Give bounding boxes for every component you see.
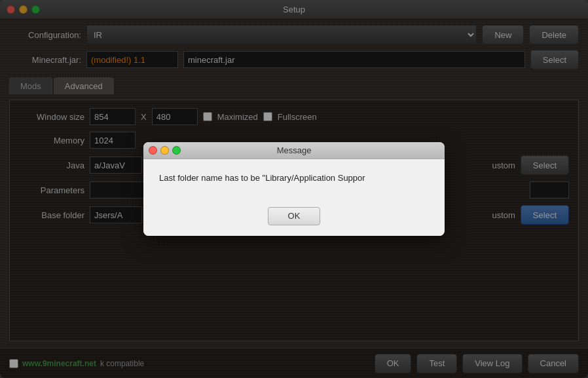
modal-window-controls [149,146,181,155]
modal-ok-button[interactable]: OK [268,207,320,225]
modal-close-button[interactable] [149,146,157,155]
modal-body: Last folder name has to be "Library/Appl… [143,159,445,206]
main-window: Setup Configuration: IR New Delete Minec… [0,0,588,378]
modal-footer: OK [143,207,445,236]
modal-dialog: Message Last folder name has to be "Libr… [143,142,445,235]
modal-title: Message [277,145,312,155]
modal-message: Last folder name has to be "Library/Appl… [159,172,429,184]
modal-overlay: Message Last folder name has to be "Libr… [0,0,588,378]
modal-titlebar: Message [143,142,445,159]
modal-min-button[interactable] [160,146,169,155]
modal-max-button[interactable] [172,146,181,155]
